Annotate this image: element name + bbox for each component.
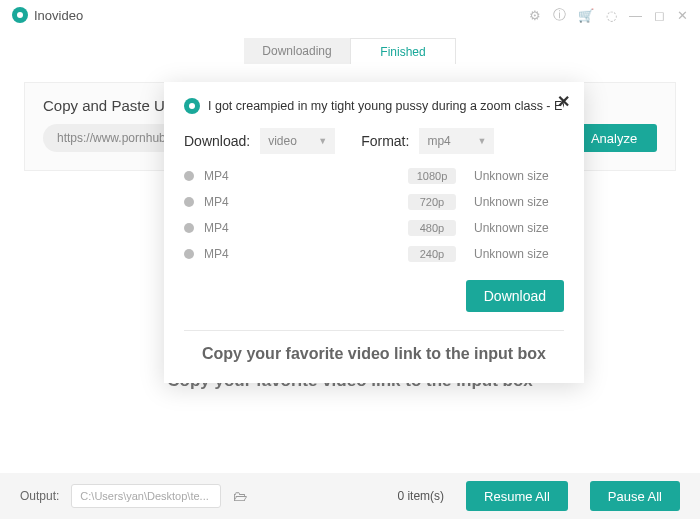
format-size: Unknown size [474,221,564,235]
app-logo [12,7,28,23]
radio-icon[interactable] [184,171,194,181]
format-row[interactable]: MP4 480p Unknown size [184,220,564,236]
titlebar: Inovideo ⚙ ⓘ 🛒 ◌ — ◻ ✕ [0,0,700,30]
resolution-badge: 480p [408,220,456,236]
resolution-badge: 240p [408,246,456,262]
format-label: Format: [361,133,409,149]
format-row[interactable]: MP4 720p Unknown size [184,194,564,210]
close-icon[interactable]: ✕ [677,8,688,23]
format-row[interactable]: MP4 1080p Unknown size [184,168,564,184]
tab-finished[interactable]: Finished [350,38,456,64]
chevron-down-icon: ▼ [318,136,327,146]
format-size: Unknown size [474,195,564,209]
radio-icon[interactable] [184,223,194,233]
analyze-modal: I got creampied in my tight young pussy … [164,82,584,383]
cart-icon[interactable]: 🛒 [578,8,594,23]
format-type: MP4 [204,169,254,183]
download-type-select[interactable]: video ▼ [260,128,335,154]
modal-hint: Copy your favorite video link to the inp… [184,345,564,363]
tab-downloading[interactable]: Downloading [244,38,350,64]
app-name: Inovideo [34,8,83,23]
format-type: MP4 [204,221,254,235]
radio-icon[interactable] [184,249,194,259]
format-select[interactable]: mp4 ▼ [419,128,494,154]
resolution-badge: 720p [408,194,456,210]
format-size: Unknown size [474,247,564,261]
info-icon[interactable]: ⓘ [553,6,566,24]
help-icon[interactable]: ◌ [606,8,617,23]
settings-icon[interactable]: ⚙ [529,8,541,23]
chevron-down-icon: ▼ [477,136,486,146]
items-count: 0 item(s) [397,489,444,503]
format-type: MP4 [204,195,254,209]
maximize-icon[interactable]: ◻ [654,8,665,23]
download-button[interactable]: Download [466,280,564,312]
download-type-value: video [268,134,297,148]
format-row[interactable]: MP4 240p Unknown size [184,246,564,262]
resume-all-button[interactable]: Resume All [466,481,568,511]
output-path-input[interactable] [71,484,221,508]
format-size: Unknown size [474,169,564,183]
tabs: Downloading Finished [0,38,700,64]
resolution-badge: 1080p [408,168,456,184]
minimize-icon[interactable]: — [629,8,642,23]
footer: Output: 🗁 0 item(s) Resume All Pause All [0,473,700,519]
pause-all-button[interactable]: Pause All [590,481,680,511]
divider [184,330,564,331]
modal-title: I got creampied in my tight young pussy … [208,99,564,113]
format-type: MP4 [204,247,254,261]
folder-icon[interactable]: 🗁 [233,488,247,504]
format-value: mp4 [427,134,450,148]
format-list: MP4 1080p Unknown size MP4 720p Unknown … [184,168,564,262]
output-label: Output: [20,489,59,503]
close-icon[interactable]: ✕ [557,92,570,111]
radio-icon[interactable] [184,197,194,207]
download-type-label: Download: [184,133,250,149]
modal-logo [184,98,200,114]
